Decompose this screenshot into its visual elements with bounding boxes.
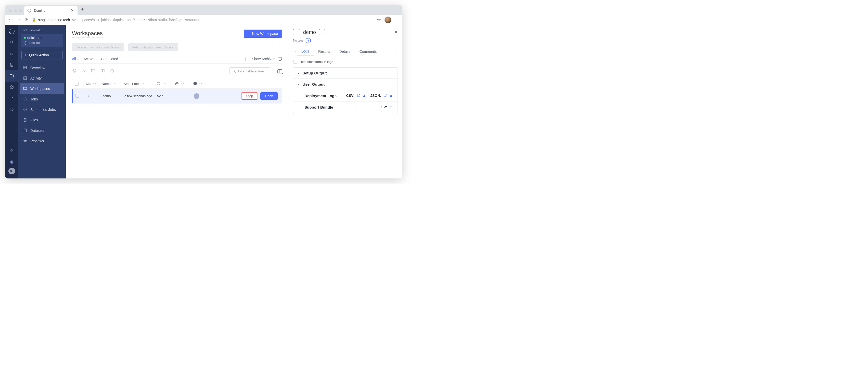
- details-panel: 3 demo ✕ No tags + ‹ Logs Results Detail…: [288, 25, 402, 179]
- hide-timestamp-checkbox[interactable]: [293, 60, 297, 64]
- rail-search[interactable]: [5, 37, 18, 48]
- col-no[interactable]: No.▲▼: [86, 82, 102, 86]
- filter-active[interactable]: Active: [84, 57, 93, 61]
- quick-action-label: Quick Action: [29, 53, 49, 57]
- col-duration-icon[interactable]: ▲▼: [156, 82, 175, 86]
- tab-logs[interactable]: Logs: [297, 47, 314, 56]
- rail-settings[interactable]: [5, 145, 18, 157]
- sidebar-item-label: Workspaces: [30, 87, 50, 91]
- close-panel-icon[interactable]: ✕: [394, 29, 398, 35]
- relaunch-original-button[interactable]: Relaunch with Original Version: [72, 43, 124, 51]
- sidebar-item-datasets[interactable]: Datasets: [18, 125, 66, 136]
- filter-all[interactable]: All: [72, 57, 76, 61]
- refresh-icon[interactable]: [278, 57, 282, 61]
- columns-icon[interactable]: [277, 69, 282, 73]
- sidebar-item-overview[interactable]: Overview: [18, 62, 66, 73]
- svg-rect-25: [92, 70, 95, 72]
- new-workspace-button[interactable]: +New Workspace: [244, 30, 282, 38]
- kebab-menu-icon[interactable]: ⋮: [395, 17, 399, 23]
- tabs-scroll-right[interactable]: ›: [394, 50, 396, 54]
- profile-avatar[interactable]: [384, 17, 391, 23]
- project-card[interactable]: quick-start Ideation: [22, 34, 63, 47]
- sidebar-item-label: Activity: [30, 76, 41, 80]
- sidebar-item-activity[interactable]: Activity: [18, 73, 66, 84]
- edit-title-button[interactable]: [319, 29, 325, 35]
- sidebar-item-workspaces[interactable]: Workspaces: [20, 84, 64, 94]
- rail-grid[interactable]: [5, 48, 18, 59]
- stop-all-icon[interactable]: [72, 68, 77, 74]
- back-icon[interactable]: ←: [8, 17, 13, 23]
- setup-output-row[interactable]: ›Setup Output: [293, 68, 398, 79]
- row-checkbox[interactable]: [75, 94, 79, 98]
- browser-tab[interactable]: Domino ✕: [24, 6, 78, 15]
- col-status-icon[interactable]: ▲▼: [175, 82, 193, 86]
- sidebar-item-label: Scheduled Jobs: [30, 107, 56, 112]
- sidebar-item-reviews[interactable]: Reviews: [18, 136, 66, 146]
- rail-user-avatar[interactable]: NJ: [8, 168, 15, 174]
- row-no: 3: [87, 94, 102, 98]
- svg-point-7: [11, 109, 11, 109]
- rail-data[interactable]: [5, 59, 18, 70]
- tab-details[interactable]: Details: [335, 47, 355, 56]
- spinner-icon: [28, 9, 31, 12]
- compare-icon[interactable]: [100, 68, 105, 74]
- star-icon[interactable]: ☆: [377, 17, 381, 23]
- col-start[interactable]: Start Time▲▼: [124, 82, 156, 86]
- rail-tag[interactable]: [5, 104, 18, 115]
- rail-help[interactable]: ?: [5, 157, 18, 168]
- rail-project[interactable]: [5, 70, 18, 82]
- download-icon[interactable]: [389, 105, 393, 109]
- new-tab-button[interactable]: +: [78, 5, 87, 15]
- domino-logo-icon[interactable]: [9, 29, 14, 34]
- svg-rect-4: [10, 54, 11, 55]
- table-search[interactable]: Filter table entries..: [229, 67, 270, 75]
- tag-icon[interactable]: [81, 68, 86, 74]
- table-row[interactable]: 3 demo a few seconds ago 52 s 0 Stop Ope…: [72, 89, 282, 103]
- tab-comments[interactable]: Comments: [355, 47, 381, 56]
- quick-action-button[interactable]: Quick Action: [22, 51, 63, 59]
- open-button[interactable]: Open: [260, 92, 278, 100]
- external-link-icon[interactable]: [356, 93, 360, 98]
- svg-line-32: [235, 72, 235, 72]
- tabs-scroll-left[interactable]: ‹: [294, 50, 297, 54]
- show-archived-checkbox[interactable]: [245, 57, 249, 61]
- stage-icon: [24, 41, 27, 44]
- breadcrumb[interactable]: nick_jablonski: [18, 28, 66, 34]
- svg-text:?: ?: [11, 161, 12, 163]
- user-output-row[interactable]: ›User Output: [293, 79, 398, 90]
- col-name[interactable]: Name▲▼: [102, 82, 124, 86]
- svg-point-24: [83, 70, 83, 70]
- plus-icon: +: [248, 32, 250, 36]
- support-bundle-row: Support Bundle ZIP:: [293, 101, 398, 113]
- close-tab-icon[interactable]: ✕: [71, 8, 74, 13]
- workspace-number: 3: [293, 29, 300, 35]
- rail-cube[interactable]: [5, 82, 18, 93]
- rail-swap[interactable]: [5, 93, 18, 104]
- reload-icon[interactable]: ⟳: [25, 17, 28, 23]
- url-field[interactable]: 🔒 staging.domino.tech/workspaces/nick_ja…: [32, 18, 373, 22]
- stop-button[interactable]: Stop: [241, 92, 258, 100]
- timer-icon[interactable]: [110, 68, 115, 74]
- table-header: No.▲▼ Name▲▼ Start Time▲▼ ▲▼ ▲▼ ▲▼: [72, 79, 282, 89]
- json-label: JSON:: [370, 94, 381, 98]
- filter-completed[interactable]: Completed: [101, 57, 118, 61]
- tab-title: Domino: [34, 9, 45, 12]
- sidebar-item-scheduled[interactable]: Scheduled Jobs: [18, 104, 66, 115]
- page-title: Workspaces: [72, 30, 103, 37]
- zip-label: ZIP:: [380, 105, 387, 109]
- tab-results[interactable]: Results: [314, 47, 335, 56]
- chevron-right-icon: ›: [298, 82, 299, 86]
- select-all-checkbox[interactable]: [75, 82, 79, 86]
- relaunch-latest-button[interactable]: Relaunch with Latest Version: [128, 43, 178, 51]
- col-comments-icon[interactable]: ▲▼: [193, 82, 212, 86]
- add-tag-button[interactable]: +: [306, 38, 311, 43]
- sidebar-item-label: Files: [30, 118, 38, 122]
- download-icon[interactable]: [362, 93, 366, 98]
- url-path: /workspaces/nick_jablonski/quick-start/5…: [72, 18, 200, 22]
- external-link-icon[interactable]: [383, 93, 387, 98]
- download-icon[interactable]: [389, 93, 393, 98]
- archive-icon[interactable]: [91, 68, 96, 74]
- workspace-title: demo: [303, 29, 316, 35]
- sidebar-item-jobs[interactable]: Jobs: [18, 94, 66, 104]
- sidebar-item-files[interactable]: Files: [18, 115, 66, 125]
